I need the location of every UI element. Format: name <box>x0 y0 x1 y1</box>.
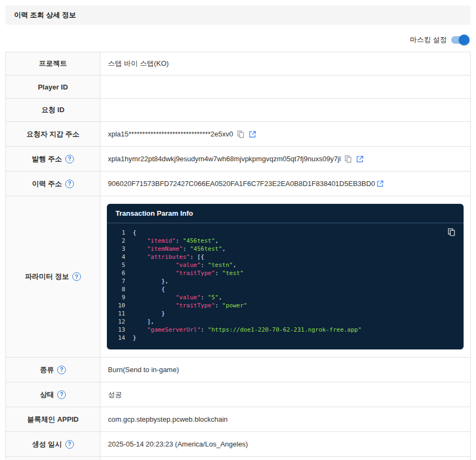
toggle-thumb <box>459 35 470 45</box>
table-row-updated-at: 업데이트 일시 2025-05-14 20:23:51 (America/Los… <box>6 457 470 460</box>
masking-setting-label: 마스킹 설정 <box>410 35 447 45</box>
table-row-project: 프로젝트 스텝 바이 스텝(KO) <box>6 52 470 75</box>
transaction-param-code-block: Transaction Param Info 1{2 "itemid": "45… <box>107 204 464 349</box>
project-value: 스텝 바이 스텝(KO) <box>108 59 169 68</box>
copy-icon[interactable] <box>236 130 245 139</box>
table-row-type: 종류 Burn(Send to in-game) <box>6 358 470 382</box>
masking-setting-row: 마스킹 설정 <box>5 33 470 46</box>
table-row-param-info: 파라미터 정보 Transaction Param Info 1{2 "item… <box>6 196 470 358</box>
code-lines: 1{2 "itemid": "456test",3 "itemName": "4… <box>113 229 455 342</box>
external-link-icon[interactable] <box>376 180 384 188</box>
history-address-value: 906020F71573BFD72427C066EA0520FA1F6C7F23… <box>108 180 375 188</box>
issue-address-label: 발행 주소 <box>32 154 62 164</box>
history-detail-page: 이력 조회 상세 정보 마스킹 설정 프로젝트 스텝 바이 스텝(KO) Pla… <box>0 0 476 460</box>
table-row-created-at: 생성 일시 2025-05-14 20:23:23 (America/Los_A… <box>6 432 470 457</box>
param-info-label: 파라미터 정보 <box>25 272 69 282</box>
table-row-requester-wallet: 요청자 지갑 주소 xpla15************************… <box>6 122 470 147</box>
code-block-title: Transaction Param Info <box>107 204 464 223</box>
masking-toggle[interactable] <box>451 35 470 45</box>
type-value: Burn(Send to in-game) <box>108 366 179 374</box>
issue-address-value: xpla1hymr22pt84dwkj9esudym4w7wh68mjvpkpm… <box>108 155 341 163</box>
help-icon[interactable] <box>72 272 81 281</box>
project-label: 프로젝트 <box>39 59 67 68</box>
table-row-history-address: 이력 주소 906020F71573BFD72427C066EA0520FA1F… <box>6 171 470 196</box>
blockchain-appid-label: 블록체인 APPID <box>27 415 78 424</box>
detail-table: 프로젝트 스텝 바이 스텝(KO) Player ID 요청 ID 요청자 지갑… <box>5 52 471 460</box>
help-icon[interactable] <box>57 390 66 399</box>
table-row-status: 상태 성공 <box>6 382 470 407</box>
code-copy-icon[interactable] <box>447 228 456 237</box>
type-label: 종류 <box>40 365 54 375</box>
external-link-icon[interactable] <box>248 130 257 139</box>
request-id-label: 요청 ID <box>42 105 65 115</box>
requester-wallet-label: 요청자 지갑 주소 <box>26 129 79 139</box>
status-label: 상태 <box>40 390 54 400</box>
table-row-player-id: Player ID <box>6 75 470 99</box>
help-icon[interactable] <box>65 440 74 449</box>
table-row-blockchain-appid: 블록체인 APPID com.gcp.stepbystep.pcweb.bloc… <box>6 407 470 432</box>
help-icon[interactable] <box>65 155 74 163</box>
table-row-issue-address: 발행 주소 xpla1hymr22pt84dwkj9esudym4w7wh68m… <box>6 147 470 171</box>
page-title-bar: 이력 조회 상세 정보 <box>5 5 471 25</box>
page-title: 이력 조회 상세 정보 <box>14 10 76 20</box>
help-icon[interactable] <box>65 180 74 188</box>
requester-wallet-value: xpla15******************************2e5x… <box>108 130 233 138</box>
created-at-value: 2025-05-14 20:23:23 (America/Los_Angeles… <box>108 440 248 448</box>
history-address-label: 이력 주소 <box>32 179 62 189</box>
blockchain-appid-value: com.gcp.stepbystep.pcweb.blockchain <box>108 415 228 423</box>
copy-icon[interactable] <box>344 155 352 163</box>
table-row-request-id: 요청 ID <box>6 99 470 122</box>
help-icon[interactable] <box>57 366 66 374</box>
status-value: 성공 <box>108 390 122 400</box>
player-id-label: Player ID <box>38 83 68 91</box>
external-link-icon[interactable] <box>356 155 364 163</box>
created-at-label: 생성 일시 <box>32 440 62 449</box>
